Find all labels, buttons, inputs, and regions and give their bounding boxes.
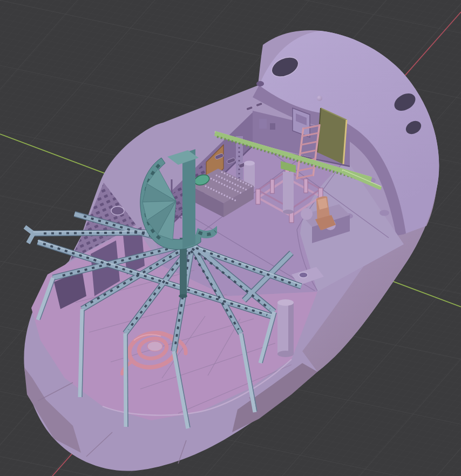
wall-greeble: [270, 123, 275, 130]
enclosure-post: [304, 179, 308, 193]
enclosure-post: [256, 189, 260, 204]
hose-center-dome: [147, 341, 162, 351]
wall-greeble: [259, 119, 267, 129]
3d-viewport[interactable]: [0, 0, 461, 476]
rim-bolt: [317, 96, 322, 101]
sphere: [301, 208, 313, 220]
beam-support-post: [283, 172, 294, 212]
staircase-spine: [182, 149, 195, 249]
support-pillar[interactable]: [277, 299, 294, 357]
enclosure-post: [270, 179, 274, 193]
